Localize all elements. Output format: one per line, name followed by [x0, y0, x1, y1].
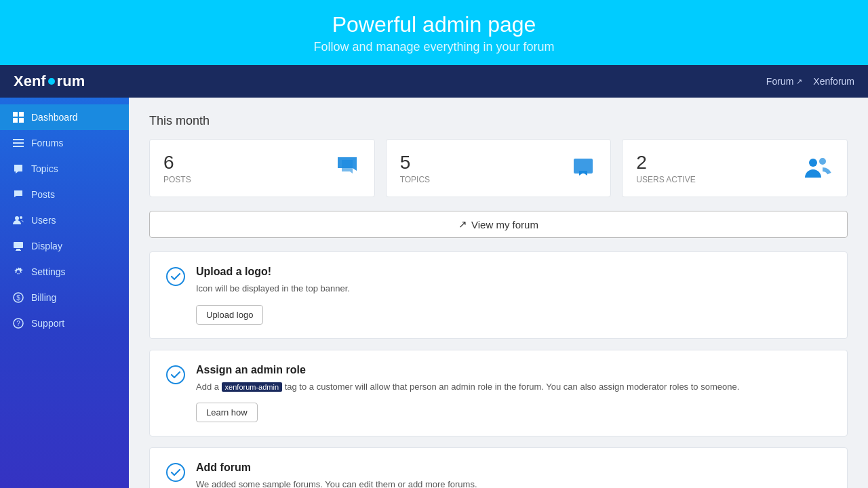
- task-desc-forum: We added some sample forums. You can edi…: [196, 478, 831, 488]
- posts-icon: [12, 188, 24, 201]
- svg-rect-0: [13, 112, 18, 117]
- task-body-forum: Add forum We added some sample forums. Y…: [196, 462, 831, 488]
- sidebar: Dashboard Forums Topics Posts Users: [0, 98, 129, 488]
- hero-title: Powerful admin page: [0, 12, 868, 37]
- svg-point-20: [819, 158, 826, 165]
- desc-after: tag to a customer will allow that person…: [282, 382, 739, 392]
- task-add-forum: Add forum We added some sample forums. Y…: [149, 447, 848, 488]
- stat-card-posts: 6 POSTS: [149, 139, 375, 197]
- sidebar-item-display[interactable]: Display: [0, 233, 129, 259]
- task-body-admin: Assign an admin role Add a xenforum-admi…: [196, 364, 831, 423]
- sidebar-item-dashboard[interactable]: Dashboard: [0, 104, 129, 130]
- stat-users-number: 2: [636, 152, 695, 174]
- sidebar-item-settings[interactable]: Settings: [0, 259, 129, 285]
- svg-text:?: ?: [16, 320, 20, 327]
- app-shell: Dashboard Forums Topics Posts Users: [0, 98, 868, 488]
- svg-rect-11: [14, 242, 23, 248]
- svg-rect-5: [13, 142, 24, 144]
- forum-link[interactable]: Forum ↗: [766, 76, 802, 87]
- svg-rect-13: [16, 250, 21, 251]
- svg-rect-8: [16, 195, 19, 196]
- topics-icon: [12, 163, 24, 175]
- stat-topics-number: 5: [400, 152, 430, 174]
- svg-rect-12: [16, 249, 20, 250]
- forum-link-label: Forum: [766, 76, 793, 87]
- stat-card-users: 2 USERS ACTIVE: [622, 139, 848, 197]
- check-icon-upload: [166, 267, 185, 286]
- svg-rect-3: [19, 118, 24, 123]
- sidebar-label-dashboard: Dashboard: [31, 112, 78, 123]
- sidebar-item-support[interactable]: ? Support: [0, 310, 129, 336]
- task-upload-logo: Upload a logo! Icon will be displayed in…: [149, 251, 848, 339]
- svg-point-19: [809, 159, 817, 167]
- task-body-upload: Upload a logo! Icon will be displayed in…: [196, 266, 831, 325]
- external-link-icon: ↗: [796, 77, 802, 86]
- stat-posts-number: 6: [163, 152, 191, 174]
- task-btns-admin: Learn how: [196, 403, 831, 422]
- support-icon: ?: [12, 317, 24, 329]
- stat-topics-label: TOPICS: [400, 175, 430, 184]
- svg-point-10: [20, 216, 22, 219]
- svg-point-21: [167, 268, 184, 285]
- sidebar-label-users: Users: [31, 215, 56, 226]
- view-forum-label: View my forum: [471, 219, 538, 230]
- topics-stat-icon: [570, 153, 597, 183]
- sidebar-label-posts: Posts: [31, 189, 55, 200]
- hero-subtitle: Follow and manage everything in your for…: [0, 40, 868, 54]
- posts-stat-icon: [334, 153, 361, 183]
- users-stat-icon: [804, 155, 833, 182]
- view-forum-button[interactable]: ↗ View my forum: [149, 211, 848, 238]
- task-title-forum: Add forum: [196, 462, 831, 474]
- stats-row: 6 POSTS 5 TOPICS: [149, 139, 848, 197]
- forums-icon: [12, 137, 24, 149]
- main-content: This month 6 POSTS 5 TOPICS: [129, 98, 868, 488]
- logo: Xenfrum: [14, 73, 85, 90]
- stat-card-topics: 5 TOPICS: [386, 139, 612, 197]
- sidebar-item-billing[interactable]: $ Billing: [0, 285, 129, 310]
- check-icon-forum: [166, 463, 185, 482]
- svg-point-9: [15, 216, 19, 220]
- sidebar-label-support: Support: [31, 318, 64, 329]
- svg-rect-7: [16, 192, 21, 194]
- task-assign-admin: Assign an admin role Add a xenforum-admi…: [149, 350, 848, 437]
- sidebar-label-forums: Forums: [31, 138, 63, 148]
- section-title: This month: [149, 114, 848, 128]
- sidebar-item-topics[interactable]: Topics: [0, 156, 129, 182]
- top-nav-right: Forum ↗ Xenforum: [766, 76, 854, 87]
- task-desc-upload: Icon will be displayed in the top banner…: [196, 282, 831, 296]
- task-btns-upload: Upload logo: [196, 305, 831, 325]
- svg-rect-1: [19, 112, 24, 117]
- display-icon: [12, 240, 24, 252]
- view-forum-icon: ↗: [458, 218, 467, 230]
- upload-logo-button[interactable]: Upload logo: [196, 305, 263, 325]
- sidebar-item-users[interactable]: Users: [0, 207, 129, 233]
- svg-rect-2: [13, 118, 18, 123]
- sidebar-label-topics: Topics: [31, 163, 58, 174]
- sidebar-item-forums[interactable]: Forums: [0, 130, 129, 156]
- dashboard-icon: [12, 111, 24, 123]
- stat-posts-label: POSTS: [163, 175, 191, 184]
- learn-how-button[interactable]: Learn how: [196, 403, 258, 422]
- stat-users-label: USERS ACTIVE: [636, 175, 695, 184]
- logo-dot: [48, 78, 55, 85]
- desc-before: Add a: [196, 382, 222, 392]
- task-desc-admin: Add a xenforum-admin tag to a customer w…: [196, 380, 831, 394]
- svg-point-22: [167, 366, 184, 384]
- username-label: Xenforum: [813, 76, 854, 87]
- svg-rect-6: [13, 146, 24, 147]
- top-nav: Xenfrum Forum ↗ Xenforum: [0, 65, 868, 98]
- svg-text:$: $: [16, 294, 20, 302]
- settings-icon: [12, 266, 24, 278]
- svg-rect-4: [13, 139, 24, 140]
- sidebar-label-display: Display: [31, 241, 62, 251]
- billing-icon: $: [12, 291, 24, 304]
- hero-banner: Powerful admin page Follow and manage ev…: [0, 0, 868, 65]
- check-icon-admin: [166, 365, 185, 384]
- sidebar-item-posts[interactable]: Posts: [0, 182, 129, 207]
- users-icon: [12, 214, 24, 226]
- sidebar-label-billing: Billing: [31, 292, 56, 303]
- task-title-upload: Upload a logo!: [196, 266, 831, 278]
- admin-tag: xenforum-admin: [222, 382, 282, 392]
- task-title-admin: Assign an admin role: [196, 364, 831, 376]
- sidebar-label-settings: Settings: [31, 266, 66, 277]
